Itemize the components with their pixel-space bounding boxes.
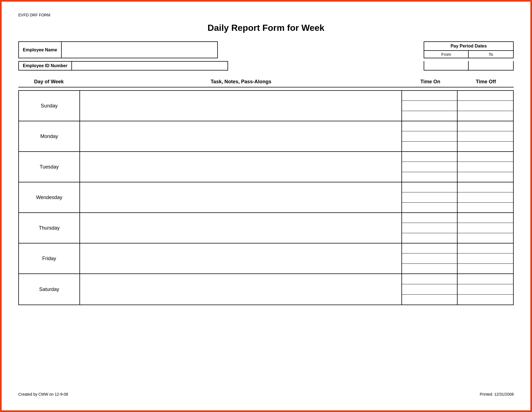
day-cell-tuesday: Tuesday xyxy=(19,152,80,182)
time-on-subrow-1[interactable] xyxy=(402,131,457,141)
day-cell-friday: Friday xyxy=(19,243,80,273)
pay-period-from-label: From xyxy=(424,51,469,58)
task-cell-saturday[interactable] xyxy=(80,274,402,305)
pay-period-block: Pay Period Dates From To xyxy=(424,41,514,58)
days-table: SundayMondayTuesdayWendesdayThursdayFrid… xyxy=(18,90,514,305)
task-cell-tuesday[interactable] xyxy=(80,152,402,182)
day-cell-saturday: Saturday xyxy=(19,274,80,305)
time-off-section-monday xyxy=(458,121,513,151)
day-cell-thursday: Thursday xyxy=(19,213,80,243)
pay-period-sub-labels: From To xyxy=(424,51,513,58)
footer-left: Created by CMW on 12-9-08 xyxy=(18,392,68,396)
time-on-subrow-2[interactable] xyxy=(402,233,457,243)
time-on-subrow-0[interactable] xyxy=(402,243,457,253)
time-off-subrow-0[interactable] xyxy=(458,243,513,253)
time-on-subrow-2[interactable] xyxy=(402,203,457,212)
task-cell-sunday[interactable] xyxy=(80,91,402,121)
time-on-subrow-1[interactable] xyxy=(402,192,457,202)
pay-period-from-input[interactable] xyxy=(424,61,469,70)
time-on-subrow-0[interactable] xyxy=(402,121,457,131)
form-title: Daily Report Form for Week xyxy=(18,23,514,33)
pay-period-inputs xyxy=(424,61,514,71)
task-cell-thursday[interactable] xyxy=(80,213,402,243)
day-row: Wendesday xyxy=(19,182,513,213)
time-off-section-friday xyxy=(458,243,513,273)
employee-id-label: Employee ID Number xyxy=(19,62,72,70)
time-off-subrow-2[interactable] xyxy=(458,295,513,305)
time-off-subrow-2[interactable] xyxy=(458,111,513,121)
time-on-subrow-1[interactable] xyxy=(402,162,457,172)
col-header-time-on: Time On xyxy=(403,79,458,85)
time-off-subrow-1[interactable] xyxy=(458,192,513,202)
day-row: Tuesday xyxy=(19,152,513,182)
time-on-subrow-2[interactable] xyxy=(402,111,457,121)
task-cell-friday[interactable] xyxy=(80,243,402,273)
time-on-subrow-0[interactable] xyxy=(402,274,457,284)
second-row: Employee ID Number xyxy=(18,61,514,71)
day-row: Friday xyxy=(19,243,513,274)
task-cell-monday[interactable] xyxy=(80,121,402,151)
time-on-subrow-0[interactable] xyxy=(402,152,457,162)
day-row: Saturday xyxy=(19,274,513,305)
employee-name-input[interactable] xyxy=(62,42,217,58)
pay-period-title: Pay Period Dates xyxy=(424,42,513,51)
time-off-subrow-0[interactable] xyxy=(458,274,513,284)
time-on-subrow-0[interactable] xyxy=(402,213,457,223)
column-headers: Day of Week Task, Notes, Pass-Alongs Tim… xyxy=(18,79,514,87)
time-on-section-thursday xyxy=(402,213,458,243)
col-header-day: Day of Week xyxy=(18,79,79,85)
time-on-subrow-0[interactable] xyxy=(402,182,457,192)
time-on-subrow-2[interactable] xyxy=(402,142,457,151)
time-off-subrow-1[interactable] xyxy=(458,223,513,233)
time-off-subrow-2[interactable] xyxy=(458,142,513,151)
time-off-subrow-0[interactable] xyxy=(458,121,513,131)
footer-right: Printed: 12/31/2008 xyxy=(480,392,514,396)
time-off-section-tuesday xyxy=(458,152,513,182)
day-row: Sunday xyxy=(19,91,513,121)
time-off-subrow-1[interactable] xyxy=(458,284,513,295)
day-cell-wendesday: Wendesday xyxy=(19,182,80,212)
time-off-subrow-0[interactable] xyxy=(458,152,513,162)
day-row: Monday xyxy=(19,121,513,152)
time-on-subrow-2[interactable] xyxy=(402,264,457,273)
time-off-subrow-1[interactable] xyxy=(458,101,513,111)
top-fields-row: Employee Name Pay Period Dates From To xyxy=(18,41,514,58)
time-off-section-wendesday xyxy=(458,182,513,212)
time-off-section-saturday xyxy=(458,274,513,305)
time-on-section-friday xyxy=(402,243,458,273)
employee-id-input[interactable] xyxy=(72,62,228,70)
time-off-subrow-1[interactable] xyxy=(458,162,513,172)
time-on-section-saturday xyxy=(402,274,458,305)
pay-period-to-input[interactable] xyxy=(469,61,513,70)
form-header-label: EVFD DRF FORM xyxy=(18,13,514,17)
time-off-subrow-0[interactable] xyxy=(458,213,513,223)
time-off-section-sunday xyxy=(458,91,513,121)
employee-id-block: Employee ID Number xyxy=(18,61,228,71)
time-on-subrow-1[interactable] xyxy=(402,223,457,233)
employee-name-block: Employee Name xyxy=(18,41,218,58)
time-off-subrow-2[interactable] xyxy=(458,264,513,273)
time-on-subrow-1[interactable] xyxy=(402,101,457,111)
footer: Created by CMW on 12-9-08 Printed: 12/31… xyxy=(18,392,514,396)
col-header-time-off: Time Off xyxy=(458,79,514,85)
time-on-section-tuesday xyxy=(402,152,458,182)
time-on-subrow-2[interactable] xyxy=(402,295,457,305)
time-off-section-thursday xyxy=(458,213,513,243)
time-off-subrow-2[interactable] xyxy=(458,172,513,182)
day-row: Thursday xyxy=(19,213,513,243)
time-on-subrow-2[interactable] xyxy=(402,172,457,182)
task-cell-wendesday[interactable] xyxy=(80,182,402,212)
time-off-subrow-2[interactable] xyxy=(458,203,513,212)
time-off-subrow-0[interactable] xyxy=(458,182,513,192)
time-off-subrow-0[interactable] xyxy=(458,91,513,101)
time-on-subrow-0[interactable] xyxy=(402,91,457,101)
time-off-subrow-2[interactable] xyxy=(458,233,513,243)
day-cell-monday: Monday xyxy=(19,121,80,151)
time-on-subrow-1[interactable] xyxy=(402,253,457,263)
employee-name-label: Employee Name xyxy=(19,42,62,58)
time-off-subrow-1[interactable] xyxy=(458,131,513,141)
time-off-subrow-1[interactable] xyxy=(458,253,513,263)
day-cell-sunday: Sunday xyxy=(19,91,80,121)
col-header-tasks: Task, Notes, Pass-Alongs xyxy=(79,79,403,85)
time-on-subrow-1[interactable] xyxy=(402,284,457,295)
